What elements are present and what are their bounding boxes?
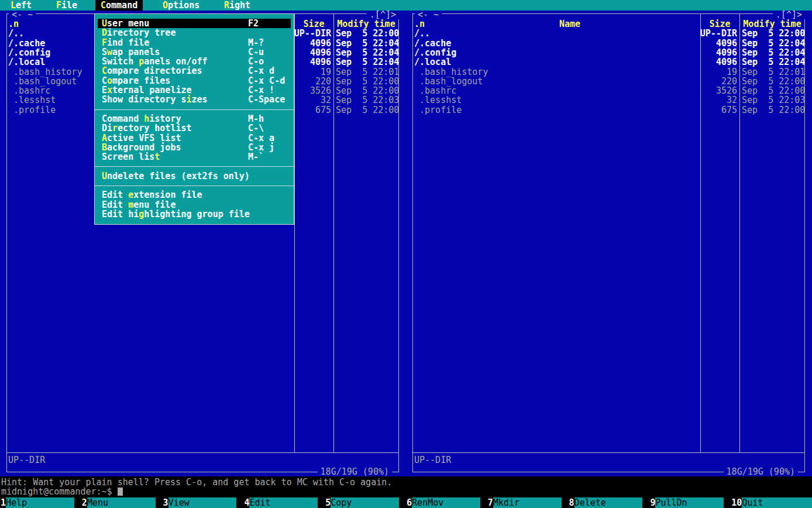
fkey-help[interactable]: 1Help (0, 497, 81, 508)
file-row[interactable]: .bash_history19Sep 5 22:01 (406, 67, 812, 77)
hint-line: Hint: Want your plain shell? Press C-o, … (1, 478, 392, 487)
menubar-item-command[interactable]: Command (95, 0, 143, 11)
menu-item-show-directory-sizes[interactable]: Show directory sizesC-Space (95, 95, 294, 104)
fkey-view[interactable]: 3View (163, 497, 244, 508)
fkey-renmov[interactable]: 6RenMov (406, 497, 487, 508)
file-name: .bash_logout (8, 77, 77, 86)
mini-status: UP--DIR (8, 455, 45, 465)
label-text: Edit hi (102, 209, 139, 219)
menu-item-undelete-files[interactable]: Undelete files (ext2fs only) (95, 171, 294, 181)
menu-item-shortcut: C-x a (248, 133, 274, 143)
command-menu: User menuF2Directory treeFind fileM-?Swa… (94, 13, 294, 225)
hotkey-letter: C (101, 0, 106, 11)
file-size: UP--DIR (699, 29, 737, 38)
file-name: .profile (414, 105, 462, 115)
menu-item-screen-list[interactable]: Screen listM-` (95, 152, 294, 162)
file-name: .lesshst (8, 95, 56, 105)
file-name: /.. (8, 29, 24, 38)
file-name: .bash_history (414, 67, 488, 77)
file-row[interactable]: /.local4096Sep 5 22:04 (406, 57, 812, 67)
file-mtime: Sep 5 22:04 (742, 48, 805, 57)
fkey-label: View (168, 497, 237, 508)
menu-item-shortcut: M-` (248, 152, 264, 162)
file-mtime: Sep 5 22:04 (742, 39, 805, 48)
hotkey-letter: L (11, 0, 16, 11)
shell-prompt[interactable]: midnight@commander:~$ (1, 487, 123, 496)
fkey-pulldn[interactable]: 9PullDn (649, 497, 731, 508)
menubar-item-left[interactable]: Left (5, 0, 37, 11)
fkey-menu[interactable]: 2Menu (81, 497, 163, 508)
panel-corner-buttons[interactable]: .[^]> (773, 11, 805, 19)
file-name: /.cache (8, 39, 45, 48)
label-text: ind file (107, 37, 149, 48)
label-text: Edit (102, 190, 128, 200)
menu-item-directory-tree[interactable]: Directory tree (95, 28, 294, 37)
file-row[interactable]: .profile675Sep 5 22:00 (406, 105, 812, 115)
file-name: /.local (414, 57, 451, 67)
file-size: 19 (293, 67, 331, 77)
fkey-mkdir[interactable]: 7Mkdir (487, 497, 569, 508)
file-size: 220 (293, 77, 331, 86)
label-text: eft (16, 0, 32, 11)
file-row[interactable]: /..UP--DIRSep 5 22:00 (406, 29, 812, 38)
fkey-edit[interactable]: 4Edit (243, 497, 325, 508)
menu-item-user-menu[interactable]: User menuF2 (95, 19, 294, 28)
menu-item-background-jobs[interactable]: Background jobsC-x j (95, 143, 294, 152)
console-area: Hint: Want your plain shell? Press C-o, … (0, 476, 812, 497)
file-row[interactable]: .bashrc3526Sep 5 22:00 (406, 86, 812, 95)
file-name: /.cache (414, 39, 451, 48)
menu-item-active-vfs-list[interactable]: Active VFS listC-x a (95, 133, 294, 143)
menu-separator (95, 181, 294, 190)
mini-status: UP--DIR (414, 455, 451, 465)
label-text: ptions (168, 0, 199, 11)
file-row[interactable]: .lesshst32Sep 5 22:03 (406, 95, 812, 105)
fkey-label: RenMov (412, 497, 480, 508)
file-name: /.config (8, 48, 50, 57)
label-text: ompare directories (107, 66, 202, 76)
fkey-quit[interactable]: 10Quit (731, 497, 812, 508)
file-row[interactable]: /.cache4096Sep 5 22:04 (406, 39, 812, 48)
menubar-item-file[interactable]: File (51, 0, 82, 11)
cursor-block (118, 488, 123, 496)
hotkey-letter: D (102, 28, 107, 38)
menu-item-find-file[interactable]: Find fileM-? (95, 38, 294, 47)
menu-item-compare-directories[interactable]: Compare directoriesC-x d (95, 66, 294, 75)
menu-bar: LeftFileCommandOptionsRight (0, 0, 812, 11)
file-row[interactable]: /.config4096Sep 5 22:04 (406, 48, 812, 57)
menu-item-compare-files[interactable]: Compare filesC-x C-d (95, 76, 294, 85)
panel-corner-buttons[interactable]: .[^]> (367, 11, 399, 19)
menu-item-edit-extension-file[interactable]: Edit extension file (95, 190, 294, 200)
menubar-item-options[interactable]: Options (157, 0, 205, 11)
menu-item-shortcut: M-h (248, 114, 264, 123)
menu-item-external-panelize[interactable]: External panelizeC-x ! (95, 85, 294, 95)
menu-item-shortcut: C-\ (248, 123, 264, 133)
menu-item-edit-highlighting-group-file[interactable]: Edit highlighting group file (95, 210, 294, 219)
file-mtime: Sep 5 22:04 (336, 57, 399, 67)
fkey-number: 7 (487, 497, 493, 508)
label-text: zes (192, 94, 208, 105)
file-mtime: Sep 5 22:00 (742, 29, 805, 38)
menubar-item-right[interactable]: Right (219, 0, 256, 11)
file-row[interactable]: .bash_logout220Sep 5 22:00 (406, 77, 812, 86)
file-size: 4096 (699, 48, 737, 57)
label-text: ight (229, 0, 250, 11)
menu-item-edit-menu-file[interactable]: Edit menu file (95, 200, 294, 210)
fkey-delete[interactable]: 8Delete (569, 497, 650, 508)
menu-item-directory-hotlist[interactable]: Directory hotlistC-\ (95, 123, 294, 133)
label-text: ctive VFS list (107, 133, 181, 143)
panel-path[interactable]: <- ~ (415, 11, 442, 19)
menu-item-command-history[interactable]: Command historyM-h (95, 114, 294, 123)
hotkey-letter: F (56, 0, 61, 11)
file-size: 3526 (699, 86, 737, 95)
file-size: 675 (293, 105, 331, 115)
fkey-label: Quit (742, 497, 812, 508)
file-size: 3526 (293, 86, 331, 95)
fkey-number: 8 (569, 497, 574, 508)
fkey-copy[interactable]: 5Copy (325, 497, 406, 508)
hotkey-letter: g (139, 209, 144, 219)
hotkey-letter: C (102, 66, 107, 76)
menu-item-swap-panels[interactable]: Swap panelsC-u (95, 47, 294, 57)
menu-separator (95, 105, 294, 114)
panel-path[interactable]: <- ~ (9, 11, 36, 19)
fkey-number: 9 (649, 497, 655, 508)
